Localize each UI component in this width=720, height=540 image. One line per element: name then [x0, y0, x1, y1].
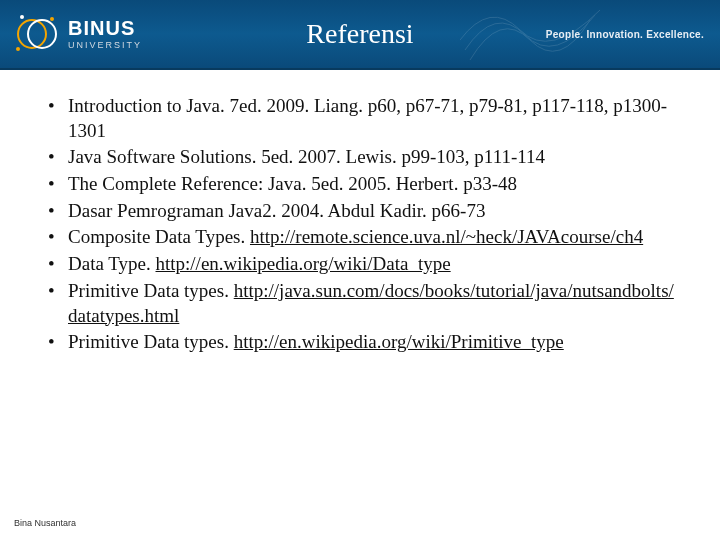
logo-text: BINUS UNIVERSITY — [68, 18, 142, 50]
tagline: People. Innovation. Excellence. — [546, 29, 704, 40]
list-item: Composite Data Types. http://remote.scie… — [46, 225, 674, 250]
slide-title: Referensi — [306, 18, 413, 50]
reference-link[interactable]: http://en.wikipedia.org/wiki/Primitive_t… — [234, 331, 564, 352]
reference-link[interactable]: http://remote.science.uva.nl/~heck/JAVAc… — [250, 226, 643, 247]
reference-link[interactable]: http://en.wikipedia.org/wiki/Data_type — [156, 253, 451, 274]
svg-point-2 — [20, 15, 24, 19]
list-item: Java Software Solutions. 5ed. 2007. Lewi… — [46, 145, 674, 170]
svg-point-4 — [16, 47, 20, 51]
content-area: Introduction to Java. 7ed. 2009. Liang. … — [0, 70, 720, 367]
footer-text: Bina Nusantara — [14, 518, 76, 528]
reference-text: Composite Data Types. — [68, 226, 250, 247]
binus-logo-icon — [12, 9, 62, 59]
logo-brand: BINUS — [68, 18, 142, 38]
reference-list: Introduction to Java. 7ed. 2009. Liang. … — [46, 94, 674, 355]
logo-area: BINUS UNIVERSITY — [0, 9, 142, 59]
list-item: Dasar Pemrograman Java2. 2004. Abdul Kad… — [46, 199, 674, 224]
reference-text: Dasar Pemrograman Java2. 2004. Abdul Kad… — [68, 200, 485, 221]
list-item: Data Type. http://en.wikipedia.org/wiki/… — [46, 252, 674, 277]
reference-text: Java Software Solutions. 5ed. 2007. Lewi… — [68, 146, 545, 167]
reference-text: Primitive Data types. — [68, 280, 234, 301]
reference-text: Introduction to Java. 7ed. 2009. Liang. … — [68, 95, 667, 141]
list-item: Primitive Data types. http://java.sun.co… — [46, 279, 674, 328]
slide-header: BINUS UNIVERSITY Referensi People. Innov… — [0, 0, 720, 70]
svg-point-3 — [50, 17, 54, 21]
list-item: The Complete Reference: Java. 5ed. 2005.… — [46, 172, 674, 197]
reference-text: Primitive Data types. — [68, 331, 234, 352]
list-item: Primitive Data types. http://en.wikipedi… — [46, 330, 674, 355]
reference-text: Data Type. — [68, 253, 156, 274]
reference-text: The Complete Reference: Java. 5ed. 2005.… — [68, 173, 517, 194]
list-item: Introduction to Java. 7ed. 2009. Liang. … — [46, 94, 674, 143]
logo-sub: UNIVERSITY — [68, 40, 142, 50]
